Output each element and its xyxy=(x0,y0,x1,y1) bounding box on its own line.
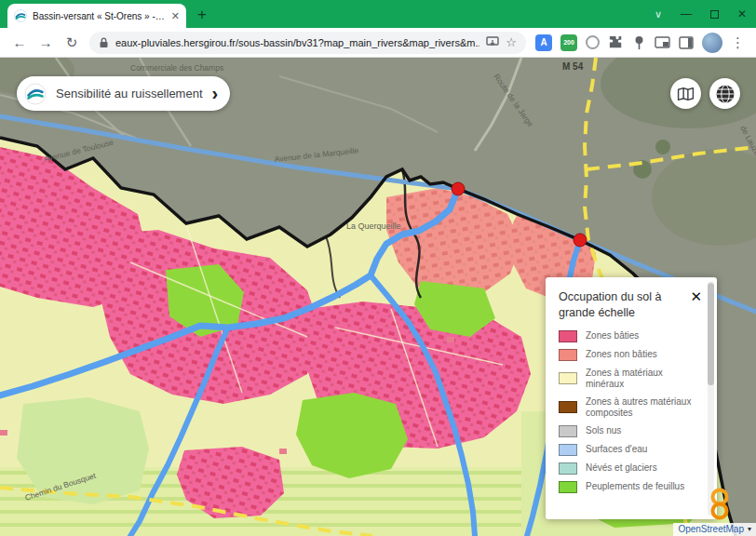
reload-button[interactable]: ↻ xyxy=(60,31,84,55)
lock-icon xyxy=(99,37,109,48)
window-maximize-button[interactable] xyxy=(710,10,719,19)
globe-icon xyxy=(715,84,736,104)
legend-item: Sols nus xyxy=(559,425,696,437)
record-extension-icon[interactable] xyxy=(586,35,600,49)
legend-close-icon[interactable]: ✕ xyxy=(690,289,702,303)
cast-icon[interactable] xyxy=(655,36,670,49)
pin-icon[interactable] xyxy=(632,35,646,50)
address-bar[interactable]: eaux-pluviales.hersgirou.fr/sous-bassin/… xyxy=(89,32,526,54)
legend-swatch xyxy=(559,481,577,493)
legend-swatch xyxy=(559,401,577,413)
street-label: La Querqueille xyxy=(346,221,401,231)
legend-swatch xyxy=(559,372,577,384)
legend-item: Zones non bâties xyxy=(559,349,696,361)
legend-item: Surfaces d'eau xyxy=(559,444,696,456)
legend-swatch xyxy=(559,349,577,361)
legend-item: Peuplements de feuillus xyxy=(559,481,696,493)
legend-label: Névés et glaciers xyxy=(586,462,657,474)
translate-icon[interactable]: A xyxy=(535,34,552,51)
map-icon xyxy=(677,87,695,101)
window-minimize-button[interactable]: — xyxy=(681,7,692,20)
extensions-cluster: A 200 ⋮ xyxy=(532,33,749,53)
profile-avatar[interactable] xyxy=(702,33,722,53)
legend-scroll-thumb[interactable] xyxy=(708,283,714,385)
new-tab-button[interactable]: + xyxy=(197,7,207,22)
browser-tab[interactable]: Bassin-versant « St-Orens » - Eau ✕ xyxy=(7,4,186,28)
chevron-right-icon[interactable]: › xyxy=(212,84,219,102)
window-close-button[interactable]: ✕ xyxy=(737,7,747,20)
legend-label: Zones à matériaux minéraux xyxy=(586,368,696,390)
browser-titlebar: Bassin-versant « St-Orens » - Eau ✕ + ∨ … xyxy=(0,0,756,28)
legend-swatch xyxy=(559,330,577,342)
legend-swatch xyxy=(559,425,577,437)
puzzle-extensions-icon[interactable] xyxy=(608,34,624,50)
titlebar-chevron-icon[interactable]: ∨ xyxy=(655,8,662,20)
legend-items: Zones bâties Zones non bâties Zones à ma… xyxy=(559,330,696,493)
legend-item: Zones à matériaux minéraux xyxy=(559,368,696,390)
tab-close-icon[interactable]: ✕ xyxy=(171,10,180,22)
legend-label: Surfaces d'eau xyxy=(586,444,647,455)
legend-panel: Occupation du sol à grande échelle ✕ Zon… xyxy=(546,277,717,519)
legend-label: Zones bâties xyxy=(586,330,639,342)
river-marker[interactable] xyxy=(452,182,465,195)
tab-title: Bassin-versant « St-Orens » - Eau xyxy=(33,11,166,21)
legend-label: Zones non bâties xyxy=(586,349,657,360)
legend-item: Zones à autres matériaux composites xyxy=(559,396,696,419)
side-panel-icon[interactable] xyxy=(679,36,694,49)
basemap-toggle-button[interactable] xyxy=(670,78,701,109)
pill-label: Sensibilité au ruissellement xyxy=(56,87,203,100)
legend-title: Occupation du sol à grande échelle xyxy=(559,289,682,321)
globe-view-button[interactable] xyxy=(709,78,740,109)
legend-scrollbar[interactable] xyxy=(708,281,714,516)
badge-200-icon[interactable]: 200 xyxy=(560,34,577,51)
tab-favicon xyxy=(14,9,27,22)
road-ref-label: M 54 xyxy=(562,61,584,72)
map-attribution: OpenStreetMap ▾ xyxy=(673,523,756,536)
sensitivity-pill-button[interactable]: Sensibilité au ruissellement › xyxy=(17,76,230,111)
map-viewport[interactable]: Commerciale des Champs Avenue de Toulous… xyxy=(0,58,756,536)
url-text[interactable]: eaux-pluviales.hersgirou.fr/sous-bassin/… xyxy=(115,37,479,48)
legend-swatch xyxy=(559,444,577,456)
feedback-widget-icon[interactable] xyxy=(708,488,732,521)
forward-button[interactable]: → xyxy=(34,31,58,55)
legend-label: Sols nus xyxy=(586,425,621,436)
eaux-logo-icon xyxy=(24,83,47,105)
legend-swatch xyxy=(559,462,577,475)
attribution-caret-icon[interactable]: ▾ xyxy=(748,525,751,533)
legend-item: Zones bâties xyxy=(559,330,696,342)
river-marker[interactable] xyxy=(574,234,587,247)
browser-menu-icon[interactable]: ⋮ xyxy=(731,34,745,51)
send-to-device-icon[interactable] xyxy=(486,36,499,48)
street-label: Commerciale des Champs xyxy=(130,63,223,73)
back-button[interactable]: ← xyxy=(7,31,32,55)
legend-label: Zones à autres matériaux composites xyxy=(586,396,696,419)
legend-item: Névés et glaciers xyxy=(559,462,696,475)
browser-toolbar: ← → ↻ eaux-pluviales.hersgirou.fr/sous-b… xyxy=(0,28,756,58)
bookmark-star-icon[interactable]: ☆ xyxy=(506,36,517,48)
osm-attribution-link[interactable]: OpenStreetMap xyxy=(678,524,744,534)
legend-label: Peuplements de feuillus xyxy=(586,481,684,492)
